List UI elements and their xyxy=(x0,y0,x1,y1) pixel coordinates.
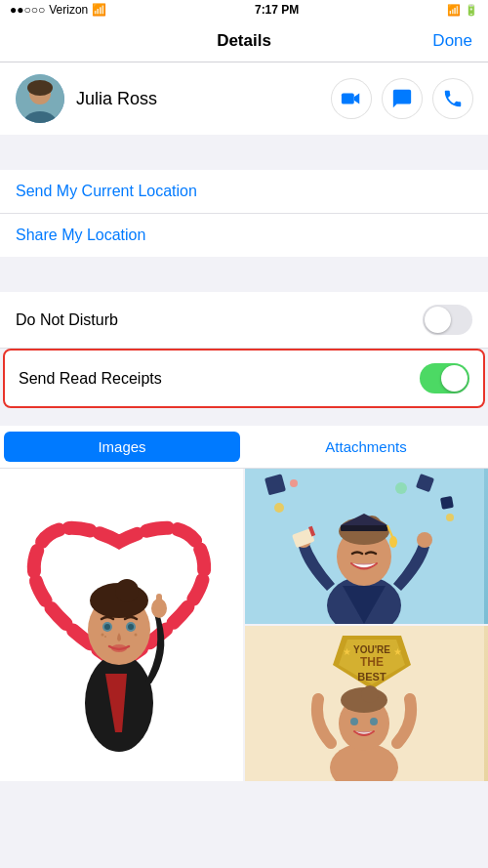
svg-text:★: ★ xyxy=(393,646,402,657)
tab-bar: Images Attachments xyxy=(0,426,488,469)
separator-2 xyxy=(0,257,488,292)
signal-dots: ●●○○○ xyxy=(10,3,45,17)
phone-button[interactable] xyxy=(433,79,472,118)
svg-rect-25 xyxy=(440,496,454,510)
svg-point-4 xyxy=(27,80,53,96)
location-section: Send My Current Location Share My Locati… xyxy=(0,170,488,257)
image-grid: YOU'RE THE BEST ★ ★ xyxy=(0,469,488,781)
status-indicators: 📶 🔋 xyxy=(447,4,478,17)
svg-point-53 xyxy=(350,718,358,725)
svg-text:THE: THE xyxy=(360,655,384,669)
svg-point-27 xyxy=(446,514,454,521)
svg-text:★: ★ xyxy=(343,646,351,657)
message-button[interactable] xyxy=(383,79,422,118)
wifi-icon: 📶 xyxy=(92,3,106,17)
video-call-button[interactable] xyxy=(332,79,371,118)
svg-point-19 xyxy=(102,634,104,637)
svg-point-21 xyxy=(104,636,106,638)
send-read-receipts-container: Send Read Receipts xyxy=(3,349,485,408)
image-cell-right-bottom[interactable]: YOU'RE THE BEST ★ ★ xyxy=(245,626,488,781)
image-cell-left[interactable] xyxy=(0,469,243,781)
svg-point-52 xyxy=(361,685,379,703)
svg-point-54 xyxy=(370,718,378,725)
svg-point-16 xyxy=(111,644,127,652)
separator-3 xyxy=(0,408,488,426)
avatar xyxy=(16,74,64,123)
do-not-disturb-row: Do Not Disturb xyxy=(0,292,488,349)
svg-point-20 xyxy=(135,634,138,637)
carrier-label: Verizon xyxy=(49,3,88,17)
separator-1 xyxy=(0,135,488,170)
svg-point-32 xyxy=(417,532,432,548)
svg-point-41 xyxy=(389,536,397,548)
svg-rect-39 xyxy=(341,525,387,531)
status-signal: ●●○○○ Verizon 📶 xyxy=(10,3,106,17)
svg-point-15 xyxy=(128,624,134,630)
send-current-location-item[interactable]: Send My Current Location xyxy=(0,170,488,214)
image-column-right: YOU'RE THE BEST ★ ★ xyxy=(245,469,488,781)
status-bar: ●●○○○ Verizon 📶 7:17 PM 📶 🔋 xyxy=(0,0,488,20)
share-location-label: Share My Location xyxy=(16,227,145,243)
svg-point-14 xyxy=(104,624,110,630)
status-time: 7:17 PM xyxy=(255,3,299,17)
svg-point-29 xyxy=(290,479,298,487)
svg-point-28 xyxy=(395,482,407,494)
svg-text:BEST: BEST xyxy=(357,671,386,682)
battery-icon: 🔋 xyxy=(465,4,478,17)
done-button[interactable]: Done xyxy=(432,31,472,51)
send-read-receipts-knob xyxy=(441,365,468,392)
bluetooth-icon: 📶 xyxy=(447,4,461,17)
send-current-location-label: Send My Current Location xyxy=(16,183,197,199)
svg-rect-5 xyxy=(342,94,354,104)
action-buttons xyxy=(332,79,472,118)
send-read-receipts-row: Send Read Receipts xyxy=(5,351,483,406)
do-not-disturb-label: Do Not Disturb xyxy=(16,311,118,329)
share-location-item[interactable]: Share My Location xyxy=(0,214,488,257)
do-not-disturb-knob xyxy=(425,307,451,333)
svg-rect-18 xyxy=(156,594,162,611)
send-read-receipts-label: Send Read Receipts xyxy=(19,370,162,388)
nav-title: Details xyxy=(217,31,271,51)
tab-images[interactable]: Images xyxy=(4,432,240,462)
contact-name: Julia Ross xyxy=(76,89,320,109)
send-read-receipts-toggle[interactable] xyxy=(420,363,469,393)
svg-text:YOU'RE: YOU'RE xyxy=(353,644,390,655)
contact-section: Julia Ross xyxy=(0,62,488,135)
svg-point-26 xyxy=(274,503,284,513)
image-cell-right-top[interactable] xyxy=(245,469,488,624)
do-not-disturb-toggle[interactable] xyxy=(423,305,472,335)
tab-attachments[interactable]: Attachments xyxy=(248,432,484,462)
svg-point-11 xyxy=(115,579,139,602)
nav-bar: Details Done xyxy=(0,20,488,62)
